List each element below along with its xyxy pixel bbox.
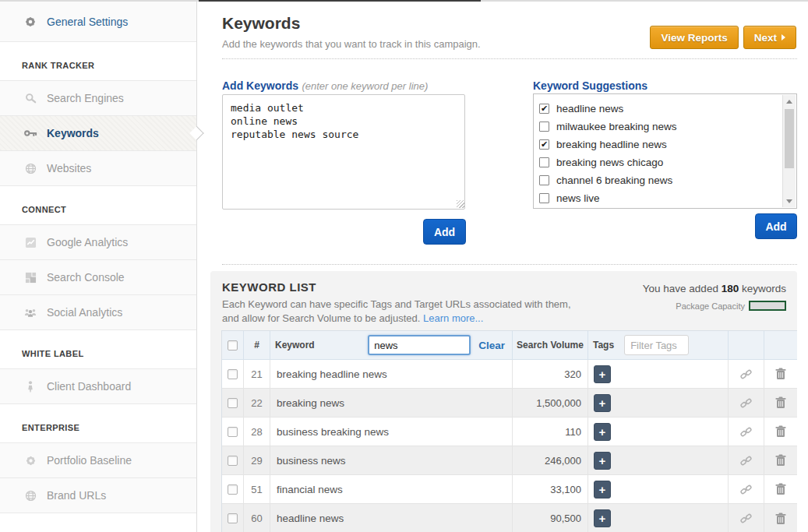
sidebar-section-enterprise: ENTERPRISE xyxy=(0,404,196,443)
add-keywords-textarea[interactable]: media outlet online news reputable news … xyxy=(222,94,465,210)
keywords-added-count: You have added 180 keywords xyxy=(643,283,786,294)
globe-icon xyxy=(23,490,38,502)
keyword-table: # Keyword Clear Search Volume Tags 21 br… xyxy=(221,330,797,532)
row-checkbox[interactable] xyxy=(228,427,238,437)
sidebar-item-google-analytics[interactable]: Google Analytics xyxy=(0,225,196,260)
people-icon xyxy=(23,308,38,318)
keyword-search-input[interactable] xyxy=(368,335,471,355)
sidebar-item-keywords[interactable]: Keywords xyxy=(0,116,196,151)
divider xyxy=(222,58,797,59)
suggestion-checkbox[interactable] xyxy=(539,157,549,167)
suggestion-item[interactable]: news live xyxy=(539,189,778,207)
sidebar-item-brand-urls[interactable]: Brand URLs xyxy=(0,478,196,513)
search-volume-cell: 110 xyxy=(513,426,587,438)
keyword-cell: business breaking news xyxy=(270,426,389,438)
add-tag-button[interactable]: + xyxy=(594,394,611,412)
trash-icon[interactable] xyxy=(775,368,786,380)
scrollbar[interactable] xyxy=(782,95,796,207)
sidebar-item-client-dashboard[interactable]: Client Dashboard xyxy=(0,369,196,404)
column-header-number: # xyxy=(254,340,259,351)
row-checkbox[interactable] xyxy=(228,398,238,408)
keyword-suggestions-label: Keyword Suggestions xyxy=(533,79,647,93)
next-button[interactable]: Next xyxy=(743,26,796,49)
keyword-suggestions-box: headline news milwaukee breaking news br… xyxy=(533,93,797,209)
sidebar-item-portfolio-baseline[interactable]: Portfolio Baseline xyxy=(0,443,196,478)
trash-icon[interactable] xyxy=(775,513,786,525)
key-icon xyxy=(23,129,38,138)
select-all-checkbox[interactable] xyxy=(228,340,238,351)
row-checkbox[interactable] xyxy=(228,369,238,379)
top-dark-line xyxy=(199,0,481,2)
package-capacity: Package Capacity xyxy=(676,301,786,311)
keyword-list-panel: KEYWORD LIST Each Keyword can have speci… xyxy=(210,271,797,532)
clear-search-link[interactable]: Clear xyxy=(478,340,505,351)
sidebar-item-label: Search Engines xyxy=(47,92,124,104)
sidebar-section-rank-tracker: RANK TRACKER xyxy=(0,42,196,81)
sidebar-item-label: Keywords xyxy=(47,127,99,139)
search-volume-cell: 90,500 xyxy=(513,513,587,524)
suggestion-checkbox-checked[interactable] xyxy=(539,104,549,114)
suggestion-item[interactable]: breaking headline news xyxy=(539,136,778,153)
header-buttons: View Reports Next xyxy=(650,26,796,49)
target-url-link-icon[interactable] xyxy=(740,426,752,438)
target-url-link-icon[interactable] xyxy=(740,513,752,524)
textarea-resize-grip[interactable] xyxy=(457,200,464,208)
magnifier-icon xyxy=(23,93,38,104)
scroll-down-arrow[interactable] xyxy=(783,195,796,207)
search-volume-cell: 33,100 xyxy=(513,484,587,495)
gear-icon xyxy=(23,16,38,28)
sidebar-item-websites[interactable]: Websites xyxy=(0,151,196,186)
target-url-link-icon[interactable] xyxy=(740,484,752,495)
suggestion-checkbox[interactable] xyxy=(539,175,549,185)
target-url-link-icon[interactable] xyxy=(740,368,752,380)
add-keywords-label: Add Keywords (enter one keyword per line… xyxy=(222,79,428,93)
analytics-chart-icon xyxy=(23,237,38,248)
grid-icon xyxy=(23,272,38,284)
gear-icon xyxy=(23,455,38,467)
sidebar-item-social-analytics[interactable]: Social Analytics xyxy=(0,295,196,330)
filter-tags-input[interactable] xyxy=(624,335,689,355)
row-checkbox[interactable] xyxy=(228,456,238,466)
suggestion-checkbox-checked[interactable] xyxy=(539,139,549,150)
trash-icon[interactable] xyxy=(775,425,786,438)
suggestion-item[interactable]: breaking news chicago xyxy=(539,153,778,171)
row-checkbox[interactable] xyxy=(228,484,238,495)
person-icon xyxy=(23,381,38,393)
suggestion-checkbox[interactable] xyxy=(539,193,549,203)
globe-icon xyxy=(23,163,38,174)
keyword-cell: business news xyxy=(270,455,346,467)
suggestion-checkbox[interactable] xyxy=(539,122,549,132)
suggestion-item[interactable]: milwaukee breaking news xyxy=(539,118,778,136)
target-url-link-icon[interactable] xyxy=(740,455,752,467)
sidebar-item-label: Google Analytics xyxy=(47,236,128,248)
add-tag-button[interactable]: + xyxy=(594,509,611,527)
keyword-table-header: # Keyword Clear Search Volume Tags xyxy=(222,331,797,360)
add-suggestions-button[interactable]: Add xyxy=(755,213,797,239)
add-tag-button[interactable]: + xyxy=(594,423,611,441)
add-keywords-button[interactable]: Add xyxy=(423,219,466,245)
scroll-up-arrow[interactable] xyxy=(783,95,796,107)
sidebar-item-search-engines[interactable]: Search Engines xyxy=(0,81,196,116)
view-reports-button[interactable]: View Reports xyxy=(650,26,738,49)
keyword-cell: breaking headline news xyxy=(270,368,387,380)
add-tag-button[interactable]: + xyxy=(594,365,611,383)
add-tag-button[interactable]: + xyxy=(594,481,611,499)
table-row: 51 financial news 33,100 + xyxy=(222,475,797,504)
trash-icon[interactable] xyxy=(775,454,786,467)
target-url-link-icon[interactable] xyxy=(740,397,752,409)
scroll-thumb[interactable] xyxy=(785,109,794,168)
table-row: 60 headline news 90,500 + xyxy=(222,504,797,532)
trash-icon[interactable] xyxy=(775,396,786,409)
sidebar-item-label: Websites xyxy=(47,162,91,174)
suggestion-item[interactable]: headline news xyxy=(539,100,778,118)
sidebar-item-label: Brand URLs xyxy=(47,489,106,502)
sidebar-item-search-console[interactable]: Search Console xyxy=(0,260,196,295)
trash-icon[interactable] xyxy=(775,483,786,495)
search-volume-cell: 320 xyxy=(513,368,587,380)
sidebar-item-general-settings[interactable]: General Settings xyxy=(0,2,196,42)
learn-more-link[interactable]: Learn more... xyxy=(423,312,483,324)
row-checkbox[interactable] xyxy=(228,513,238,523)
suggestion-item[interactable]: channel 6 breaking news xyxy=(539,171,778,189)
add-tag-button[interactable]: + xyxy=(594,452,611,470)
keyword-cell: financial news xyxy=(270,484,343,495)
